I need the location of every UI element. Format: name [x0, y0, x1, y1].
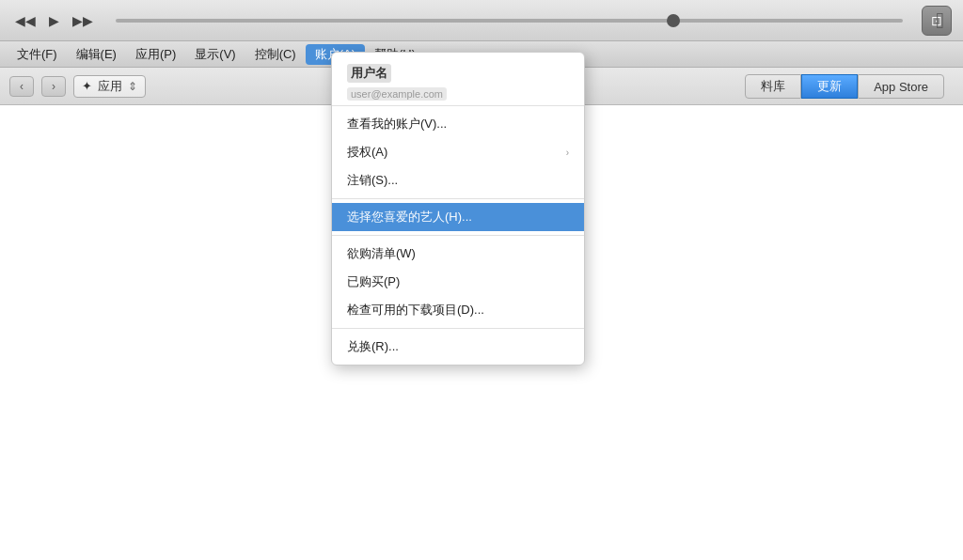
dropdown-header: 用户名 user@example.com	[332, 56, 584, 106]
dropdown-item-redeem[interactable]: 兑换(R)...	[332, 333, 584, 361]
dropdown-arrow-icon: ›	[566, 148, 569, 158]
dropdown-item-purchased-label: 已购买(P)	[347, 273, 400, 290]
dropdown-separator-1	[332, 198, 584, 199]
transport-controls: ◀◀ ▶ ▶▶	[11, 11, 97, 30]
right-nav: 料库 更新 App Store	[745, 68, 963, 105]
dropdown-item-check-downloads-label: 检查可用的下载项目(D)...	[347, 302, 484, 319]
progress-bar-container	[116, 19, 903, 23]
nav-location-label: 应用	[98, 78, 122, 95]
dropdown-item-purchased[interactable]: 已购买(P)	[332, 268, 584, 296]
dropdown-item-favorite-artists-label: 选择您喜爱的艺人(H)...	[347, 209, 472, 226]
dropdown-item-view-account-label: 查看我的账户(V)...	[347, 116, 447, 132]
tab-appstore[interactable]: App Store	[858, 74, 944, 99]
account-dropdown-menu: 用户名 user@example.com 查看我的账户(V)... 授权(A) …	[331, 52, 585, 366]
dropdown-item-favorite-artists[interactable]: 选择您喜爱的艺人(H)...	[332, 203, 584, 231]
dropdown-item-wishlist[interactable]: 欲购清单(W)	[332, 240, 584, 268]
title-bar: ◀◀ ▶ ▶▶ ⊡ 	[0, 0, 963, 41]
tab-library[interactable]: 料库	[745, 74, 801, 99]
dropdown-item-authorize[interactable]: 授权(A) ›	[332, 138, 584, 166]
nav-location-arrow-icon: ⇕	[128, 80, 137, 93]
nav-location[interactable]: ✦ 应用 ⇕	[73, 75, 146, 98]
dropdown-separator-3	[332, 328, 584, 329]
menu-item-control[interactable]: 控制(C)	[245, 44, 306, 65]
progress-track[interactable]	[116, 19, 903, 23]
play-button[interactable]: ▶	[45, 11, 63, 30]
dropdown-item-authorize-label: 授权(A)	[347, 144, 387, 161]
forward-button[interactable]: ▶▶	[69, 11, 97, 30]
dropdown-item-redeem-label: 兑换(R)...	[347, 338, 399, 355]
forward-nav-button[interactable]: ›	[41, 76, 66, 97]
dropdown-username: 用户名	[347, 64, 391, 83]
menu-item-app[interactable]: 应用(P)	[126, 44, 185, 65]
menu-item-file[interactable]: 文件(F)	[8, 44, 67, 65]
menu-item-view[interactable]: 显示(V)	[185, 44, 245, 65]
dropdown-separator-2	[332, 235, 584, 236]
menu-item-edit[interactable]: 编辑(E)	[67, 44, 126, 65]
dropdown-email: user@example.com	[347, 87, 447, 101]
back-button[interactable]: ‹	[9, 76, 34, 97]
rewind-button[interactable]: ◀◀	[11, 11, 39, 30]
tab-update[interactable]: 更新	[801, 74, 858, 99]
nav-location-icon: ✦	[82, 79, 92, 93]
dropdown-item-signout[interactable]: 注销(S)...	[332, 166, 584, 194]
dropdown-item-check-downloads[interactable]: 检查可用的下载项目(D)...	[332, 296, 584, 324]
dropdown-item-signout-label: 注销(S)...	[347, 172, 398, 189]
dropdown-item-wishlist-label: 欲购清单(W)	[347, 245, 416, 262]
dropdown-item-view-account[interactable]: 查看我的账户(V)...	[332, 110, 584, 138]
progress-thumb[interactable]	[667, 14, 680, 27]
apple-logo: 	[936, 8, 944, 34]
